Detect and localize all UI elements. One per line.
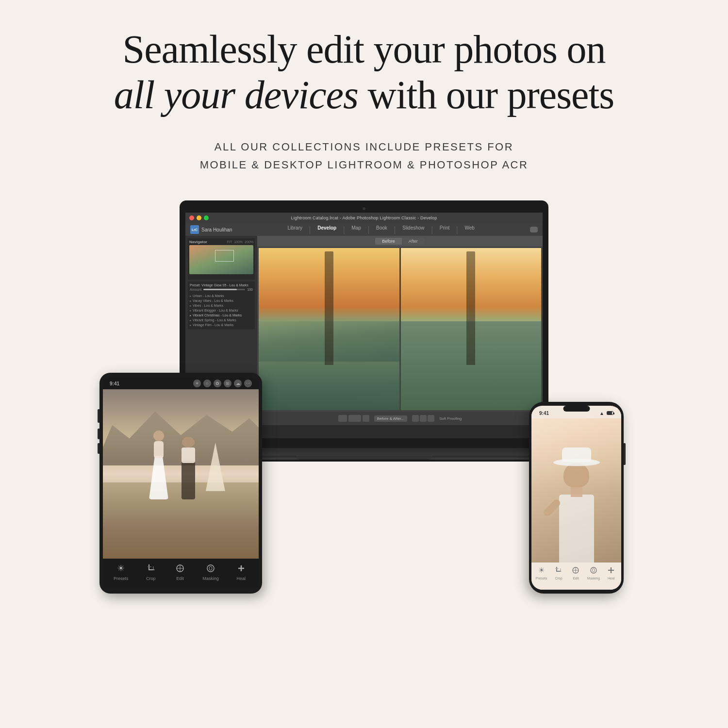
lr-brand-area: LrC Sara Houlihan: [190, 225, 232, 234]
list-item[interactable]: ▸Vibrant Spring - Lou & Marks: [190, 317, 253, 322]
main-title: Seamlessly edit your photos on all your …: [114, 27, 614, 118]
phone-time: 9:41: [539, 411, 549, 416]
phone-screen: 9:41 ▲: [531, 406, 621, 590]
ipad-masking-label: Masking: [202, 576, 219, 581]
lr-preset-panel: Preset: Vintage Glow 05 - Lou & Marks Am…: [188, 281, 255, 329]
ipad-tool-presets[interactable]: ☀ Presets: [114, 562, 129, 581]
list-item[interactable]: ▸Vibrant Blogger - Lou & Marks: [190, 308, 253, 313]
lr-before-btn[interactable]: Before: [375, 238, 402, 245]
lr-nav-separator6: |: [456, 225, 458, 234]
main-title-regular: with our presets: [358, 73, 614, 117]
lr-navigator-preview: [189, 245, 253, 274]
page-container: Seamlessly edit your photos on all your …: [0, 0, 728, 728]
ipad-toolbar: ☀ Presets: [103, 559, 259, 589]
svg-rect-2: [148, 566, 151, 567]
lr-nav-library[interactable]: Library: [287, 225, 302, 234]
lr-nav-web[interactable]: Web: [465, 225, 475, 234]
lr-dot-red[interactable]: [189, 215, 194, 220]
phone-heal-label: Heal: [608, 577, 614, 580]
lr-nav-menu: Library | Develop | Map | Book | Slidesh…: [287, 225, 475, 234]
phone-edit-icon: [570, 564, 581, 576]
phone-tool-heal[interactable]: Heal: [605, 564, 617, 580]
lr-titlebar: Lightroom Catalog.lrcat - Adobe Photosho…: [185, 213, 543, 223]
svg-rect-3: [153, 566, 154, 570]
devices-section: Lightroom Catalog.lrcat - Adobe Photosho…: [102, 196, 626, 594]
lr-preset-list: ▸Urban - Lou & Marks ▸Vacay Vibes - Lou …: [190, 293, 253, 327]
ipad-tool-heal[interactable]: Heal: [234, 562, 248, 581]
lr-navigator-header: Navigator FIT 100% 200%: [189, 240, 253, 244]
main-title-line1: Seamlessly edit your photos on: [123, 27, 606, 71]
phone: 9:41 ▲: [529, 402, 624, 594]
phone-photo-area: [531, 418, 621, 563]
ipad-edit-label: Edit: [176, 576, 184, 581]
lr-amount-row: Amount 100: [190, 288, 253, 291]
phone-presets-icon: ☀: [536, 564, 547, 576]
ipad-tool-crop[interactable]: Crop: [144, 562, 158, 581]
lr-window-title: Lightroom Catalog.lrcat - Adobe Photosho…: [291, 215, 437, 220]
lr-ba-toggle: Before After: [257, 236, 543, 247]
svg-rect-13: [555, 568, 559, 569]
list-item[interactable]: ▸Vibes - Lou & Marks: [190, 303, 253, 308]
phone-masking-icon: [588, 564, 599, 576]
ipad-statusbar: 9:41 ☀ ○ ✿ ⊞ ☁ ⋯: [103, 378, 259, 389]
lr-dot-green[interactable]: [204, 215, 209, 220]
phone-tool-crop[interactable]: Crop: [553, 564, 564, 580]
lr-username: Sara Houlihan: [201, 227, 232, 232]
phone-presets-label: Presets: [536, 577, 547, 580]
lr-preset-name: Preset: Vintage Glow 05 - Lou & Marks: [190, 283, 253, 287]
phone-status-icons: ▲: [599, 411, 613, 416]
lr-nav-map[interactable]: Map: [351, 225, 361, 234]
phone-crop-label: Crop: [555, 577, 562, 580]
lr-amount-slider[interactable]: [203, 289, 245, 290]
phone-power-button[interactable]: [624, 443, 626, 465]
presets-icon: ☀: [114, 562, 128, 575]
ipad-body: 9:41 ☀ ○ ✿ ⊞ ☁ ⋯: [99, 373, 262, 594]
lr-nav-print[interactable]: Print: [440, 225, 450, 234]
lr-logo: LrC: [190, 225, 199, 234]
phone-tool-presets[interactable]: ☀ Presets: [536, 564, 547, 580]
laptop-camera-dot: [363, 207, 365, 210]
list-item[interactable]: ▸Vintage Film - Lou & Marks: [190, 322, 253, 327]
phone-crop-icon: [553, 564, 564, 576]
lr-nav-separator4: |: [394, 225, 396, 234]
phone-body: 9:41 ▲: [529, 402, 624, 594]
lr-dot-yellow[interactable]: [197, 215, 201, 220]
laptop-camera-row: [185, 206, 543, 211]
phone-masking-label: Masking: [587, 577, 600, 580]
svg-point-19: [592, 569, 595, 572]
ipad-tool-edit[interactable]: Edit: [173, 562, 187, 581]
lr-menubar: LrC Sara Houlihan Library | Develop | Ma…: [185, 223, 543, 236]
lr-window-dots: [189, 215, 209, 220]
lr-ba-button[interactable]: Before & After...: [374, 415, 407, 422]
flower-icon: ✿: [214, 380, 221, 387]
list-item[interactable]: ▸Urban - Lou & Marks: [190, 293, 253, 298]
lr-after-btn[interactable]: After: [402, 238, 425, 245]
phone-tool-edit[interactable]: Edit: [570, 564, 581, 580]
lr-soft-proofing[interactable]: Soft Proofing: [439, 416, 462, 421]
lr-nav-book[interactable]: Book: [376, 225, 387, 234]
ipad-side-button[interactable]: [98, 409, 99, 423]
lr-photo-before: [259, 248, 399, 410]
subtitle: ALL OUR COLLECTIONS INCLUDE PRESETS FOR …: [114, 138, 614, 174]
phone-edit-label: Edit: [573, 577, 579, 580]
lr-cloud-icon: [530, 227, 538, 232]
list-item[interactable]: ▸Vibrant Christmas - Lou & Marks: [190, 313, 253, 317]
svg-point-8: [209, 566, 212, 570]
masking-icon: [204, 562, 217, 575]
phone-tool-masking[interactable]: Masking: [587, 564, 600, 580]
more-icon[interactable]: ⋯: [244, 380, 252, 387]
ipad: 9:41 ☀ ○ ✿ ⊞ ☁ ⋯: [99, 373, 262, 594]
lr-nav-slideshow[interactable]: Slideshow: [402, 225, 425, 234]
svg-rect-14: [560, 568, 561, 572]
lr-amount-label: Amount: [190, 288, 201, 291]
phone-toolbar: ☀ Presets: [531, 563, 621, 590]
main-title-italic: all your devices: [114, 73, 358, 117]
svg-point-7: [207, 565, 214, 572]
list-item[interactable]: ▸Vacay Vibes - Lou & Marks: [190, 298, 253, 303]
lr-nav-develop[interactable]: Develop: [317, 225, 336, 234]
ipad-screen: 9:41 ☀ ○ ✿ ⊞ ☁ ⋯: [103, 378, 259, 589]
lr-amount-value: 100: [247, 288, 253, 291]
lr-bottom-toolbar: Before & After... Soft Proofing: [257, 412, 543, 425]
lr-nav-separator2: |: [343, 225, 345, 234]
ipad-tool-masking[interactable]: Masking: [202, 562, 219, 581]
